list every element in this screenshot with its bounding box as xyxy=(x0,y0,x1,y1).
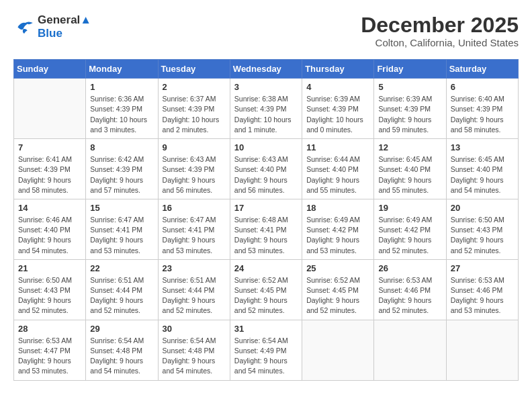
day-number: 2 xyxy=(163,82,226,92)
day-info: Sunrise: 6:49 AM Sunset: 4:42 PM Dayligh… xyxy=(378,215,441,256)
page-header: General▲ Blue December 2025 Colton, Cali… xyxy=(13,13,519,48)
day-info: Sunrise: 6:53 AM Sunset: 4:47 PM Dayligh… xyxy=(18,336,81,377)
day-number: 11 xyxy=(306,142,369,152)
calendar-cell: 21Sunrise: 6:50 AM Sunset: 4:43 PM Dayli… xyxy=(14,259,86,320)
calendar-cell: 22Sunrise: 6:51 AM Sunset: 4:44 PM Dayli… xyxy=(86,259,158,320)
day-number: 23 xyxy=(163,263,226,273)
calendar-cell: 10Sunrise: 6:43 AM Sunset: 4:40 PM Dayli… xyxy=(230,139,302,199)
logo-text: General▲ Blue xyxy=(38,13,91,40)
calendar-cell: 17Sunrise: 6:48 AM Sunset: 4:41 PM Dayli… xyxy=(230,199,302,259)
day-number: 5 xyxy=(378,82,441,92)
calendar-cell: 20Sunrise: 6:50 AM Sunset: 4:43 PM Dayli… xyxy=(446,199,518,259)
day-info: Sunrise: 6:46 AM Sunset: 4:40 PM Dayligh… xyxy=(18,215,81,256)
day-number: 20 xyxy=(451,203,514,213)
title-block: December 2025 Colton, California, United… xyxy=(361,13,519,48)
month-title: December 2025 xyxy=(361,13,519,37)
calendar-week-4: 21Sunrise: 6:50 AM Sunset: 4:43 PM Dayli… xyxy=(14,259,519,320)
day-number: 15 xyxy=(90,203,153,213)
calendar-cell: 28Sunrise: 6:53 AM Sunset: 4:47 PM Dayli… xyxy=(14,320,86,380)
day-number: 14 xyxy=(18,203,81,213)
calendar-cell: 6Sunrise: 6:40 AM Sunset: 4:39 PM Daylig… xyxy=(446,79,518,139)
day-number: 25 xyxy=(306,263,369,273)
weekday-header-wednesday: Wednesday xyxy=(230,60,302,79)
day-number: 22 xyxy=(90,263,153,273)
calendar-cell: 4Sunrise: 6:39 AM Sunset: 4:39 PM Daylig… xyxy=(302,79,374,139)
calendar-cell xyxy=(14,79,86,139)
day-number: 24 xyxy=(234,263,298,273)
day-info: Sunrise: 6:54 AM Sunset: 4:48 PM Dayligh… xyxy=(163,336,226,377)
day-number: 9 xyxy=(163,142,226,152)
day-info: Sunrise: 6:51 AM Sunset: 4:44 PM Dayligh… xyxy=(163,275,226,316)
day-number: 3 xyxy=(234,82,298,92)
day-number: 6 xyxy=(451,82,514,92)
day-number: 12 xyxy=(378,142,441,152)
day-number: 4 xyxy=(306,82,369,92)
calendar-cell xyxy=(302,320,374,380)
calendar-cell: 27Sunrise: 6:53 AM Sunset: 4:46 PM Dayli… xyxy=(446,259,518,320)
day-info: Sunrise: 6:47 AM Sunset: 4:41 PM Dayligh… xyxy=(90,215,153,256)
day-info: Sunrise: 6:43 AM Sunset: 4:39 PM Dayligh… xyxy=(163,154,226,195)
day-info: Sunrise: 6:39 AM Sunset: 4:39 PM Dayligh… xyxy=(306,94,369,135)
calendar-cell: 31Sunrise: 6:54 AM Sunset: 4:49 PM Dayli… xyxy=(230,320,302,380)
calendar-cell: 8Sunrise: 6:42 AM Sunset: 4:39 PM Daylig… xyxy=(86,139,158,199)
day-info: Sunrise: 6:44 AM Sunset: 4:40 PM Dayligh… xyxy=(306,154,369,195)
calendar-week-5: 28Sunrise: 6:53 AM Sunset: 4:47 PM Dayli… xyxy=(14,320,519,380)
day-number: 27 xyxy=(451,263,514,273)
calendar-cell: 29Sunrise: 6:54 AM Sunset: 4:48 PM Dayli… xyxy=(86,320,158,380)
weekday-header-thursday: Thursday xyxy=(302,60,374,79)
calendar-cell: 30Sunrise: 6:54 AM Sunset: 4:48 PM Dayli… xyxy=(158,320,230,380)
location-title: Colton, California, United States xyxy=(361,37,519,48)
day-info: Sunrise: 6:50 AM Sunset: 4:43 PM Dayligh… xyxy=(18,275,81,316)
day-info: Sunrise: 6:53 AM Sunset: 4:46 PM Dayligh… xyxy=(378,275,441,316)
calendar-cell: 9Sunrise: 6:43 AM Sunset: 4:39 PM Daylig… xyxy=(158,139,230,199)
calendar-cell: 18Sunrise: 6:49 AM Sunset: 4:42 PM Dayli… xyxy=(302,199,374,259)
day-info: Sunrise: 6:54 AM Sunset: 4:48 PM Dayligh… xyxy=(90,336,153,377)
day-info: Sunrise: 6:45 AM Sunset: 4:40 PM Dayligh… xyxy=(451,154,514,195)
day-number: 31 xyxy=(234,324,298,334)
day-info: Sunrise: 6:36 AM Sunset: 4:39 PM Dayligh… xyxy=(90,94,153,135)
day-info: Sunrise: 6:40 AM Sunset: 4:39 PM Dayligh… xyxy=(451,94,514,135)
weekday-header-monday: Monday xyxy=(86,60,158,79)
calendar-cell: 14Sunrise: 6:46 AM Sunset: 4:40 PM Dayli… xyxy=(14,199,86,259)
calendar-cell xyxy=(446,320,518,380)
day-number: 16 xyxy=(163,203,226,213)
calendar-cell: 26Sunrise: 6:53 AM Sunset: 4:46 PM Dayli… xyxy=(374,259,446,320)
calendar-cell: 16Sunrise: 6:47 AM Sunset: 4:41 PM Dayli… xyxy=(158,199,230,259)
day-number: 8 xyxy=(90,142,153,152)
day-info: Sunrise: 6:47 AM Sunset: 4:41 PM Dayligh… xyxy=(163,215,226,256)
weekday-header-row: SundayMondayTuesdayWednesdayThursdayFrid… xyxy=(14,60,519,79)
day-number: 17 xyxy=(234,203,298,213)
calendar-cell: 12Sunrise: 6:45 AM Sunset: 4:40 PM Dayli… xyxy=(374,139,446,199)
logo-bird-icon xyxy=(13,17,35,36)
day-number: 1 xyxy=(90,82,153,92)
calendar-cell: 24Sunrise: 6:52 AM Sunset: 4:45 PM Dayli… xyxy=(230,259,302,320)
weekday-header-friday: Friday xyxy=(374,60,446,79)
day-number: 28 xyxy=(18,324,81,334)
calendar-cell: 11Sunrise: 6:44 AM Sunset: 4:40 PM Dayli… xyxy=(302,139,374,199)
calendar-cell: 1Sunrise: 6:36 AM Sunset: 4:39 PM Daylig… xyxy=(86,79,158,139)
day-number: 29 xyxy=(90,324,153,334)
day-info: Sunrise: 6:53 AM Sunset: 4:46 PM Dayligh… xyxy=(451,275,514,316)
day-number: 26 xyxy=(378,263,441,273)
day-info: Sunrise: 6:51 AM Sunset: 4:44 PM Dayligh… xyxy=(90,275,153,316)
weekday-header-sunday: Sunday xyxy=(14,60,86,79)
calendar-table: SundayMondayTuesdayWednesdayThursdayFrid… xyxy=(13,59,519,380)
day-info: Sunrise: 6:52 AM Sunset: 4:45 PM Dayligh… xyxy=(306,275,369,316)
day-number: 13 xyxy=(451,142,514,152)
calendar-cell: 3Sunrise: 6:38 AM Sunset: 4:39 PM Daylig… xyxy=(230,79,302,139)
day-number: 19 xyxy=(378,203,441,213)
day-info: Sunrise: 6:45 AM Sunset: 4:40 PM Dayligh… xyxy=(378,154,441,195)
calendar-cell: 13Sunrise: 6:45 AM Sunset: 4:40 PM Dayli… xyxy=(446,139,518,199)
day-info: Sunrise: 6:50 AM Sunset: 4:43 PM Dayligh… xyxy=(451,215,514,256)
calendar-cell: 19Sunrise: 6:49 AM Sunset: 4:42 PM Dayli… xyxy=(374,199,446,259)
calendar-cell: 7Sunrise: 6:41 AM Sunset: 4:39 PM Daylig… xyxy=(14,139,86,199)
day-info: Sunrise: 6:52 AM Sunset: 4:45 PM Dayligh… xyxy=(234,275,298,316)
day-info: Sunrise: 6:39 AM Sunset: 4:39 PM Dayligh… xyxy=(378,94,441,135)
day-info: Sunrise: 6:42 AM Sunset: 4:39 PM Dayligh… xyxy=(90,154,153,195)
calendar-cell: 15Sunrise: 6:47 AM Sunset: 4:41 PM Dayli… xyxy=(86,199,158,259)
calendar-week-2: 7Sunrise: 6:41 AM Sunset: 4:39 PM Daylig… xyxy=(14,139,519,199)
day-info: Sunrise: 6:43 AM Sunset: 4:40 PM Dayligh… xyxy=(234,154,298,195)
calendar-cell: 2Sunrise: 6:37 AM Sunset: 4:39 PM Daylig… xyxy=(158,79,230,139)
day-info: Sunrise: 6:54 AM Sunset: 4:49 PM Dayligh… xyxy=(234,336,298,377)
day-info: Sunrise: 6:37 AM Sunset: 4:39 PM Dayligh… xyxy=(163,94,226,135)
